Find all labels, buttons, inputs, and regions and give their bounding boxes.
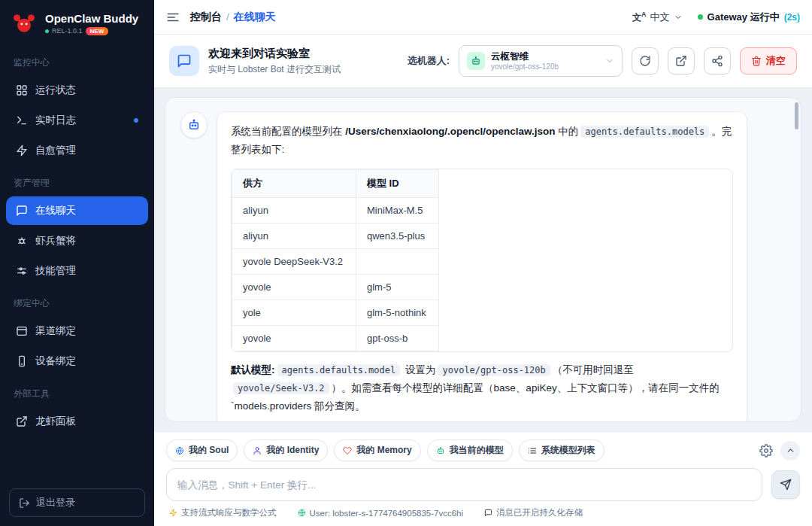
message-icon [484,509,492,517]
open-external-button[interactable] [668,47,695,74]
sidebar-item-device-binding[interactable]: 设备绑定 [6,347,148,375]
bot-avatar [180,111,208,138]
app-logo-row: OpenClaw Buddy REL-1.0.1 NEW [0,0,154,44]
model-table-cell: yovole [232,274,356,299]
send-button[interactable] [771,470,800,499]
welcome-subtitle: 实时与 Lobster Bot 进行交互测试 [208,63,341,76]
globe-icon [175,446,184,455]
breadcrumb-console[interactable]: 控制台 [190,11,222,24]
bot-message-bubble: 系统当前配置的模型列在 /Users/chenxiaolong/.opencl/… [217,111,747,422]
sidebar-item-label: 运行状态 [35,84,76,97]
logout-button[interactable]: 退出登录 [9,488,145,517]
nav-section-label: 监控中心 [0,46,154,74]
language-switcher[interactable]: 文A 中文 [632,11,683,24]
nav-section-label: 外部工具 [0,377,154,406]
hamburger-icon [166,11,180,24]
bot-icon [187,118,201,132]
gateway-status: Gateway 运行中 (2s) [698,11,800,24]
composer-settings-button[interactable] [759,444,773,458]
sidebar-item-skill-management[interactable]: 技能管理 [6,257,148,285]
language-label: 中文 [650,11,670,24]
grid-icon [16,84,28,96]
globe-icon [298,509,306,517]
quick-chip-my-current-model[interactable]: 我当前的模型 [427,439,513,461]
text-segment: 系统当前配置的模型列在 [231,126,345,137]
header-right: 文A 中文 Gateway 运行中 (2s) [632,11,800,24]
quick-chips-row: 我的 Soul我的 Identity我的 Memory我当前的模型系统模型列表 [166,439,800,461]
send-plane-icon [780,479,792,491]
model-table-cell: aliyun [232,223,356,248]
robot-select-texts: 云枢智维 yovole/gpt-oss-120b [491,51,599,71]
model-table-container: 供方模型 ID aliyunMiniMax-M.5aliyunqwen3.5-p… [231,169,733,352]
model-table-cell: yovole [232,325,356,351]
sidebar-item-label: 实时日志 [35,114,76,127]
version-label: REL-1.0.1 [52,27,83,35]
bot-message-block: 系统当前配置的模型列在 /Users/chenxiaolong/.opencl/… [217,111,747,422]
app-identity: OpenClaw Buddy REL-1.0.1 NEW [45,12,138,35]
sidebar-item-label: 自愈管理 [35,144,76,157]
app-title: OpenClaw Buddy [45,12,138,25]
message-input[interactable] [166,468,762,501]
composer-tools [759,441,800,461]
breadcrumb-separator: / [226,11,229,23]
quick-chip-system-model-list[interactable]: 系统模型列表 [519,439,604,461]
model-table-row: yoleglm-5-nothink [232,299,439,325]
model-table-cell [356,248,439,274]
share-icon [711,55,723,67]
model-table-cell: gpt-oss-b [356,325,439,351]
app-version-row: REL-1.0.1 NEW [45,27,138,35]
chat-bubble-icon [169,46,199,76]
sidebar-item-self-heal[interactable]: 自愈管理 [6,136,148,165]
collapse-panel-button[interactable] [780,441,800,461]
clear-button-label: 清空 [766,54,786,68]
composer-footer: 支持流式响应与数学公式User: lobster-s-1774764905835… [169,507,800,518]
clear-chat-button[interactable]: 清空 [740,47,797,74]
scrollbar-thumb[interactable] [795,102,798,129]
logout-icon [19,497,30,509]
welcome-title: 欢迎来到对话实验室 [208,47,341,61]
chat-panel: 系统当前配置的模型列在 /Users/chenxiaolong/.opencl/… [165,97,801,422]
robot-select-dropdown[interactable]: 云枢智维 yovole/gpt-oss-120b [459,45,623,77]
text-segment: （不可用时回退至 [553,364,634,375]
sidebar-item-shrimp-crab-troops[interactable]: 虾兵蟹将 [6,227,148,255]
quick-chip-my-soul[interactable]: 我的 Soul [166,439,238,461]
chat-icon [16,205,28,217]
main-content: 控制台 / 在线聊天 文A 中文 Gateway 运行中 (2s) [154,0,812,526]
logout-label: 退出登录 [36,496,75,509]
robot-model-id: yovole/gpt-oss-120b [491,62,599,71]
breadcrumb-current[interactable]: 在线聊天 [234,11,276,24]
sidebar-item-run-status[interactable]: 运行状态 [6,76,148,105]
quick-chip-my-memory[interactable]: 我的 Memory [334,439,420,461]
nav-section-label: 资产管理 [0,166,154,195]
model-table-header-cell: 模型 ID [356,169,439,197]
robot-select-label: 选机器人: [408,54,450,68]
activity-dot [134,118,138,123]
model-table-body: aliyunMiniMax-M.5aliyunqwen3.5-plusyovol… [232,197,439,351]
heart-icon [343,446,352,455]
refresh-button[interactable] [632,47,659,74]
sidebar-item-realtime-logs[interactable]: 实时日志 [6,106,148,135]
app-root: OpenClaw Buddy REL-1.0.1 NEW 监控中心运行状态实时日… [0,0,812,526]
top-header: 控制台 / 在线聊天 文A 中文 Gateway 运行中 (2s) [154,0,812,35]
footer-item-persistence: 消息已开启持久化存储 [484,507,583,518]
sidebar-item-label: 渠道绑定 [35,324,76,338]
sidebar-nav: 监控中心运行状态实时日志自愈管理资产管理在线聊天虾兵蟹将技能管理绑定中心渠道绑定… [0,44,154,481]
sidebar-item-channel-binding[interactable]: 渠道绑定 [6,317,148,345]
phone-icon [16,355,28,367]
bot-message-row: 系统当前配置的模型列在 /Users/chenxiaolong/.opencl/… [180,111,786,422]
quick-chip-my-identity[interactable]: 我的 Identity [244,439,328,461]
sidebar-item-online-chat[interactable]: 在线聊天 [6,196,148,225]
chevron-down-icon [674,13,683,22]
sidebar-item-lobster-panel[interactable]: 龙虾面板 [6,407,148,436]
model-table-row: yovoleglm-5 [232,274,439,299]
share-button[interactable] [704,47,731,74]
inline-code: agents.defaults.models [580,126,709,138]
menu-toggle-button[interactable] [166,11,180,24]
breadcrumb: 控制台 / 在线聊天 [190,11,276,24]
model-table: 供方模型 ID aliyunMiniMax-M.5aliyunqwen3.5-p… [232,169,439,351]
message-paragraph-1: 系统当前配置的模型列在 /Users/chenxiaolong/.opencl/… [231,123,733,160]
robot-icon [467,52,485,70]
model-table-cell: qwen3.5-plus [356,223,439,248]
gateway-status-label: Gateway 运行中 [707,11,780,24]
robot-name: 云枢智维 [491,51,599,62]
